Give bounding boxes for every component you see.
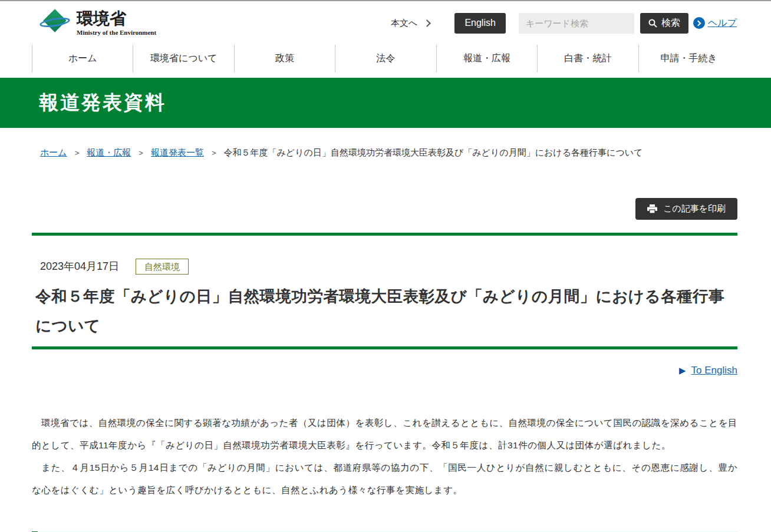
chevron-right-icon <box>696 20 701 26</box>
logo-text: 環境省 Ministry of the Environment <box>77 10 156 36</box>
green-divider-bottom <box>32 346 737 349</box>
help-link[interactable]: ヘルプ <box>708 17 737 29</box>
search-input[interactable] <box>519 13 634 34</box>
nav-item-about[interactable]: 環境省について <box>133 45 233 72</box>
logo-title: 環境省 <box>77 10 156 28</box>
breadcrumb-current: 令和５年度「みどりの日」自然環境功労者環境大臣表彰及び「みどりの月間」における各… <box>223 147 642 158</box>
nav-item-press[interactable]: 報道・広報 <box>436 45 537 72</box>
print-button-label: この記事を印刷 <box>663 203 726 214</box>
skip-link-label: 本文へ <box>391 18 417 29</box>
paragraph: また、４月15日から５月14日までの「みどりの月間」においては、都道府県等の協力… <box>32 457 737 501</box>
page: { "header": { "logo": { "title": "環境省", … <box>0 0 771 532</box>
category-badge[interactable]: 自然環境 <box>136 259 189 275</box>
english-button[interactable]: English <box>454 13 505 34</box>
breadcrumb: ホーム > 報道・広報 > 報道発表一覧 > 令和５年度「みどりの日」自然環境功… <box>40 146 739 160</box>
nav-item-law[interactable]: 法令 <box>335 45 436 72</box>
skip-to-content-link[interactable]: 本文へ <box>391 18 430 29</box>
triangle-right-icon: ▶ <box>679 365 686 376</box>
printer-icon <box>647 204 657 213</box>
site-header: 環境省 Ministry of the Environment 本文へ Engl… <box>0 1 771 45</box>
nav-item-whitepaper[interactable]: 白書・統計 <box>537 45 638 72</box>
breadcrumb-link-home[interactable]: ホーム <box>40 147 67 158</box>
help-wrap: ヘルプ <box>693 17 737 29</box>
nav-item-home[interactable]: ホーム <box>32 45 133 72</box>
print-row: この記事を印刷 <box>32 198 737 220</box>
breadcrumb-link-press[interactable]: 報道・広報 <box>87 147 131 158</box>
breadcrumb-separator: > <box>139 148 143 157</box>
breadcrumb-separator: > <box>75 148 80 157</box>
paragraph: 環境省では、自然環境の保全に関する顕著な功績があった者（又は団体）を表彰し、これ… <box>32 412 737 457</box>
chevron-right-icon <box>424 19 431 27</box>
page-banner: 報道発表資料 <box>0 78 771 128</box>
header-controls: 本文へ English 検索 ヘルプ <box>391 13 737 34</box>
to-english-link[interactable]: To English <box>691 365 737 376</box>
article-body: 環境省では、自然環境の保全に関する顕著な功績があった者（又は団体）を表彰し、これ… <box>32 412 737 501</box>
help-circle-icon <box>693 17 705 29</box>
global-nav: ホーム 環境省について 政策 法令 報道・広報 白書・統計 申請・手続き <box>32 45 739 72</box>
logo-subtitle: Ministry of the Environment <box>77 29 156 36</box>
to-english-row: ▶ To English <box>32 364 737 378</box>
breadcrumb-link-press-list[interactable]: 報道発表一覧 <box>151 147 204 158</box>
article-date: 2023年04月17日 <box>40 259 119 273</box>
search-button-label: 検索 <box>661 17 680 29</box>
nav-item-policy[interactable]: 政策 <box>234 45 335 72</box>
article: この記事を印刷 2023年04月17日 自然環境 令和５年度「みどりの日」自然環… <box>32 198 737 532</box>
nav-item-application[interactable]: 申請・手続き <box>638 45 739 72</box>
article-meta: 2023年04月17日 自然環境 <box>32 257 737 276</box>
page-title: 報道発表資料 <box>39 90 166 116</box>
green-divider-top <box>32 233 737 236</box>
moe-logo-icon <box>39 9 73 37</box>
search-button[interactable]: 検索 <box>640 13 688 34</box>
moe-logo[interactable]: 環境省 Ministry of the Environment <box>39 9 156 37</box>
search-icon <box>648 19 657 28</box>
breadcrumb-separator: > <box>212 148 216 157</box>
article-title: 令和５年度「みどりの日」自然環境功労者環境大臣表彰及び「みどりの月間」における各… <box>35 282 731 341</box>
print-button[interactable]: この記事を印刷 <box>635 198 737 220</box>
